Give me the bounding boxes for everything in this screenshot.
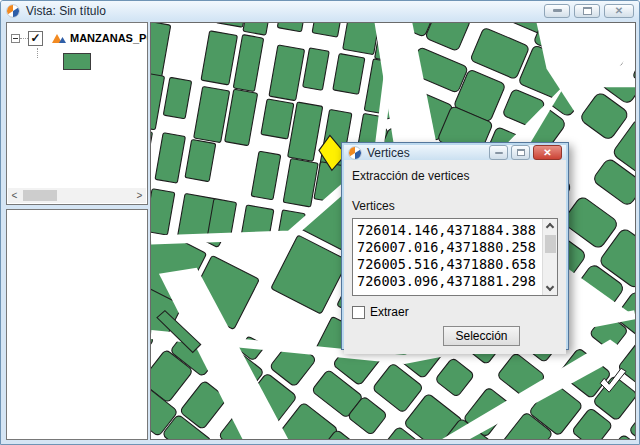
layer-tree-panel[interactable]: ✓ MANZANAS_PO < >: [6, 22, 148, 205]
legend-row: [63, 53, 147, 70]
vertices-list[interactable]: 726014.146,4371884.388 726007.016,437188…: [352, 218, 558, 296]
layer-visibility-checkbox[interactable]: ✓: [28, 31, 43, 46]
chevron-up-icon[interactable]: [546, 223, 554, 231]
dialog-description: Extracción de vertices: [352, 169, 558, 183]
layer-tree-row: ✓ MANZANAS_PO: [11, 28, 147, 48]
chevron-down-icon[interactable]: [546, 283, 554, 291]
minimize-icon: [495, 152, 503, 154]
tree-connector-vertical: [37, 48, 38, 58]
vertex-line: 726014.146,4371884.388: [357, 222, 542, 239]
gvsig-logo-icon: [348, 146, 362, 160]
toc-hscrollbar[interactable]: < >: [8, 188, 146, 203]
dialog-minimize-button[interactable]: [489, 145, 508, 160]
vertices-dialog: Vertices ✕ Extracción de vertices Vertic…: [341, 142, 569, 350]
extraer-row: Extraer: [352, 305, 558, 319]
vertices-list-label: Vertices: [352, 199, 558, 213]
seleccion-button[interactable]: Selección: [443, 326, 520, 346]
minus-icon: [13, 38, 18, 39]
toc-column: ✓ MANZANAS_PO < >: [6, 22, 148, 440]
extraer-label: Extraer: [370, 305, 409, 319]
window-titlebar[interactable]: Vista: Sin título ✕: [1, 1, 639, 20]
vista-window: Vista: Sin título ✕ ✓ MANZANAS_PO: [0, 0, 640, 445]
minimize-icon: [553, 9, 562, 12]
dialog-close-button[interactable]: ✕: [533, 145, 562, 160]
maximize-icon: [583, 7, 592, 15]
minimize-button[interactable]: [544, 4, 570, 18]
vertices-lines: 726014.146,4371884.388 726007.016,437188…: [353, 219, 542, 295]
vertices-scrollbar[interactable]: [542, 219, 557, 295]
close-button[interactable]: ✕: [604, 4, 634, 18]
extraer-checkbox[interactable]: [352, 306, 365, 319]
vector-layer-icon: [51, 32, 67, 45]
overview-map-panel[interactable]: [6, 209, 148, 440]
vertex-line: 726003.096,4371881.298: [357, 273, 542, 290]
layer-name[interactable]: MANZANAS_PO: [70, 32, 148, 44]
close-icon: ✕: [543, 148, 551, 158]
legend-swatch[interactable]: [63, 53, 91, 70]
maximize-button[interactable]: [574, 4, 600, 18]
window-title: Vista: Sin título: [26, 4, 106, 18]
tree-connector: [20, 38, 28, 39]
vertex-line: 726007.016,4371880.258: [357, 239, 542, 256]
vscroll-thumb[interactable]: [545, 235, 556, 253]
chevron-right-icon[interactable]: >: [133, 188, 146, 203]
dialog-maximize-button[interactable]: [511, 145, 530, 160]
chevron-left-icon[interactable]: <: [8, 188, 21, 203]
check-icon: ✓: [30, 32, 40, 44]
layer-expander[interactable]: [11, 34, 20, 43]
close-icon: ✕: [615, 6, 623, 16]
dialog-titlebar[interactable]: Vertices ✕: [344, 145, 566, 160]
gvsig-logo-icon: [6, 4, 20, 18]
dialog-title: Vertices: [367, 146, 410, 160]
vertex-line: 726005.516,4371880.658: [357, 256, 542, 273]
maximize-icon: [517, 149, 525, 156]
dialog-body: Extracción de vertices Vertices 726014.1…: [344, 160, 566, 354]
hscroll-thumb[interactable]: [23, 190, 57, 201]
